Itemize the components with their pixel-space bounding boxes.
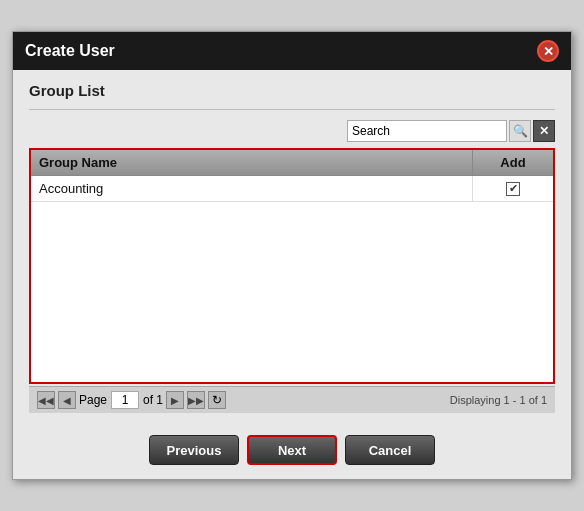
prev-page-icon: ◀ — [63, 395, 71, 406]
of-label: of 1 — [143, 393, 163, 407]
cell-group-name: Accounting — [31, 176, 473, 201]
close-icon: ✕ — [543, 44, 554, 59]
table-empty-area — [31, 202, 553, 382]
search-icon: 🔍 — [513, 124, 528, 138]
dialog-title: Create User — [25, 42, 115, 60]
table-header: Group Name Add — [31, 150, 553, 176]
create-user-dialog: Create User ✕ Group List 🔍 ✕ Group Name … — [12, 31, 572, 480]
dialog-body: Group List 🔍 ✕ Group Name Add Accounting — [13, 70, 571, 425]
search-row: 🔍 ✕ — [29, 120, 555, 142]
section-title: Group List — [29, 82, 555, 99]
checkbox-icon[interactable]: ✔ — [506, 182, 520, 196]
close-button[interactable]: ✕ — [537, 40, 559, 62]
cancel-button[interactable]: Cancel — [345, 435, 435, 465]
first-page-button[interactable]: ◀◀ — [37, 391, 55, 409]
prev-page-button[interactable]: ◀ — [58, 391, 76, 409]
pagination-bar: ◀◀ ◀ Page of 1 ▶ ▶▶ ↻ — [29, 386, 555, 413]
divider — [29, 109, 555, 110]
col-header-group-name: Group Name — [31, 150, 473, 175]
page-label: Page — [79, 393, 107, 407]
table-row: Accounting ✔ — [31, 176, 553, 202]
next-button[interactable]: Next — [247, 435, 337, 465]
page-number-input[interactable] — [111, 391, 139, 409]
clear-search-button[interactable]: ✕ — [533, 120, 555, 142]
refresh-icon: ↻ — [212, 393, 222, 407]
last-page-icon: ▶▶ — [188, 395, 204, 406]
display-count: Displaying 1 - 1 of 1 — [450, 394, 547, 406]
last-page-button[interactable]: ▶▶ — [187, 391, 205, 409]
dialog-footer: Previous Next Cancel — [13, 425, 571, 479]
pagination-left: ◀◀ ◀ Page of 1 ▶ ▶▶ ↻ — [37, 391, 226, 409]
dialog-titlebar: Create User ✕ — [13, 32, 571, 70]
group-table: Group Name Add Accounting ✔ — [29, 148, 555, 384]
cell-add-checkbox[interactable]: ✔ — [473, 176, 553, 201]
col-header-add: Add — [473, 150, 553, 175]
refresh-button[interactable]: ↻ — [208, 391, 226, 409]
first-page-icon: ◀◀ — [38, 395, 54, 406]
next-page-button[interactable]: ▶ — [166, 391, 184, 409]
search-button[interactable]: 🔍 — [509, 120, 531, 142]
clear-icon: ✕ — [539, 124, 549, 138]
previous-button[interactable]: Previous — [149, 435, 239, 465]
next-page-icon: ▶ — [171, 395, 179, 406]
page-info: Page of 1 — [79, 391, 163, 409]
search-input[interactable] — [347, 120, 507, 142]
